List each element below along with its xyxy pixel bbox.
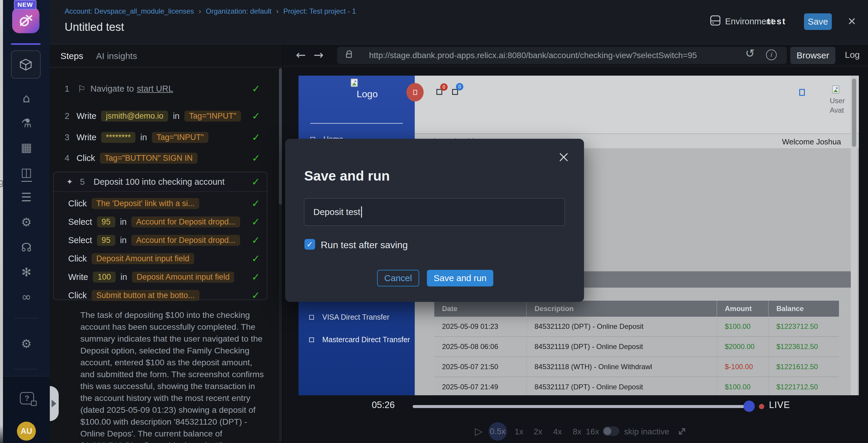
help-chat-icon[interactable]: ?	[20, 392, 34, 405]
substep-action: Click	[68, 291, 87, 300]
tab-ai-insights[interactable]: AI insights	[96, 51, 137, 61]
test-name-input[interactable]: Deposit test	[304, 198, 565, 226]
substep-target-badge[interactable]: Account for Deposit dropd...	[131, 216, 240, 228]
info-icon[interactable]: i	[766, 50, 777, 60]
step-value-badge[interactable]: ********	[101, 132, 135, 143]
table-header-row: Date Description Amount Balance	[434, 301, 839, 317]
tab-browser-view[interactable]: Browser	[790, 47, 835, 64]
substep-value-badge[interactable]: 95	[97, 235, 115, 246]
breadcrumb-account[interactable]: Account: Devspace_all_module_licenses	[65, 7, 194, 16]
timeline-knob[interactable]	[743, 401, 755, 412]
speed-4x-button[interactable]: 4x	[553, 427, 562, 437]
experiments-icon[interactable]: ⚗	[3, 116, 50, 130]
column-header-description[interactable]: Description	[527, 301, 717, 317]
substep-value-badge[interactable]: 95	[97, 216, 115, 228]
expand-diagonal-icon[interactable]: ↔	[674, 423, 690, 439]
step-number: 3	[65, 132, 72, 142]
substep-target-badge[interactable]: Account for Deposit dropd...	[131, 235, 240, 246]
cell-date: 2025-05-09 01:23	[434, 317, 527, 336]
substep-row[interactable]: Select 95 in Account for Deposit dropd..…	[54, 213, 267, 231]
sidebar-item-test-builder-active[interactable]	[11, 51, 41, 79]
save-and-run-button[interactable]: Save and run	[427, 270, 493, 287]
topbar-broken-image-icon[interactable]	[799, 89, 805, 96]
substep-row[interactable]: Write 100 in Deposit Amount input field …	[54, 268, 267, 286]
tab-log-view[interactable]: Log	[845, 50, 860, 60]
speed-2x-button[interactable]: 2x	[534, 427, 542, 437]
bank-scrollbar-thumb[interactable]	[852, 79, 856, 147]
bank-logo-text[interactable]: Logo	[356, 89, 378, 100]
substep-success-icon: ✓	[252, 289, 260, 301]
column-header-balance[interactable]: Balance	[769, 301, 839, 317]
substep-row[interactable]: Click Submit button at the botto... ✓	[54, 286, 267, 304]
close-icon[interactable]: ×	[848, 13, 856, 29]
cancel-button[interactable]: Cancel	[377, 270, 419, 287]
step-row-4[interactable]: 4 Click Tag="BUTTON" SIGN IN ✓	[50, 151, 282, 165]
table-row[interactable]: 2025-05-07 21:50 845321118 (WTH) - Onlin…	[434, 357, 839, 377]
breadcrumb-organization[interactable]: Organization: default	[206, 7, 271, 16]
rail-divider	[14, 318, 38, 319]
user-avatar[interactable]: AU	[17, 422, 36, 441]
step-row-2[interactable]: 2 Write jsmith@demo.io in Tag="INPUT" ✓	[50, 109, 282, 123]
substep-row[interactable]: Click The 'Deposit' link with a si... ✓	[54, 194, 267, 213]
substep-value-badge[interactable]: 100	[93, 272, 116, 283]
substep-row[interactable]: Select 95 in Account for Deposit dropd..…	[54, 231, 267, 249]
test-suites-icon[interactable]: ◫	[3, 166, 50, 179]
speed-0-5x-button[interactable]: 0.5x	[489, 422, 507, 441]
column-header-date[interactable]: Date	[434, 301, 527, 317]
step-group-header[interactable]: ✦ 5 Deposit 100 into checking account ✓	[54, 172, 267, 192]
bank-menu-toggle-button[interactable]	[406, 83, 424, 101]
test-list-icon[interactable]: ☰	[3, 190, 50, 204]
substep-target-badge[interactable]: The 'Deposit' link with a si...	[92, 198, 199, 209]
substep-target-badge[interactable]: Deposit Amount input field	[132, 272, 235, 283]
bank-nav-visa-transfer[interactable]: VISA Direct Transfer	[309, 313, 389, 321]
speed-1x-button[interactable]: 1x	[515, 427, 524, 437]
back-icon[interactable]: ←	[296, 48, 306, 62]
breadcrumb-separator: ›	[276, 7, 279, 16]
support-icon[interactable]: ☊	[3, 240, 50, 254]
save-button[interactable]: Save	[804, 13, 832, 30]
step-row-1[interactable]: 1 ⚐ Navigate to start URL ✓	[50, 82, 282, 95]
message-broken-image-icon[interactable]	[452, 89, 458, 95]
settings-icon[interactable]: ⚙	[3, 215, 50, 229]
column-header-amount[interactable]: Amount	[717, 301, 769, 317]
integrations-icon[interactable]: ✻	[3, 265, 50, 279]
apps-grid-icon[interactable]: ▦	[3, 141, 50, 154]
environment-value[interactable]: test	[767, 17, 786, 26]
forward-icon[interactable]: →	[314, 48, 324, 62]
steps-scrollbar-thumb[interactable]	[279, 68, 282, 205]
bank-scrollbar-track[interactable]	[851, 76, 857, 395]
reload-icon[interactable]: ↺	[745, 47, 755, 60]
speed-16x-button[interactable]: 16x	[586, 427, 599, 437]
start-url-link[interactable]: start URL	[137, 84, 173, 94]
substep-row[interactable]: Click Deposit Amount input field ✓	[54, 249, 267, 268]
breadcrumb-project[interactable]: Project: Test project - 1	[283, 7, 356, 16]
skip-inactive-toggle[interactable]	[603, 426, 619, 436]
step-number: 2	[65, 111, 72, 121]
speed-8x-button[interactable]: 8x	[573, 427, 582, 437]
settings-secondary-icon[interactable]: ⚙	[3, 337, 50, 351]
substep-target-badge[interactable]: Deposit Amount input field	[92, 253, 194, 264]
step-action: Write	[76, 111, 96, 121]
table-row[interactable]: 2025-05-07 21:49 845321117 (DPT) - Onlin…	[434, 377, 839, 395]
url-bar[interactable]: http://stage.dbank.prod-apps.relicx.ai:8…	[337, 47, 787, 64]
url-text[interactable]: http://stage.dbank.prod-apps.relicx.ai:8…	[369, 51, 697, 60]
tab-steps[interactable]: Steps	[60, 51, 83, 61]
bank-user-avatar[interactable]: User Avat	[830, 85, 849, 124]
run-after-saving-checkbox[interactable]: ✓	[305, 239, 315, 250]
step-target-badge[interactable]: Tag="BUTTON" SIGN IN	[100, 153, 197, 164]
modal-close-icon[interactable]	[558, 151, 570, 163]
table-row[interactable]: 2025-05-08 06:06 845321119 (DPT) - Onlin…	[434, 337, 839, 357]
panel-collapse-handle[interactable]	[50, 386, 59, 421]
step-value-badge[interactable]: jsmith@demo.io	[101, 111, 168, 122]
connections-icon[interactable]: ∞	[3, 290, 50, 304]
step-target-badge[interactable]: Tag="INPUT"	[152, 132, 208, 143]
bank-nav-mastercard-transfer[interactable]: Mastercard Direct Transfer	[309, 335, 410, 344]
timeline-track[interactable]	[413, 405, 749, 408]
home-icon[interactable]: ⌂	[3, 91, 50, 105]
substep-target-badge[interactable]: Submit button at the botto...	[92, 290, 199, 301]
play-icon[interactable]: ▷	[475, 425, 483, 437]
app-logo[interactable]	[12, 7, 39, 33]
step-row-3[interactable]: 3 Write ******** in Tag="INPUT" ✓	[50, 130, 282, 144]
step-target-badge[interactable]: Tag="INPUT"	[184, 111, 241, 122]
table-row[interactable]: 2025-05-09 01:23 845321120 (DPT) - Onlin…	[434, 317, 839, 337]
